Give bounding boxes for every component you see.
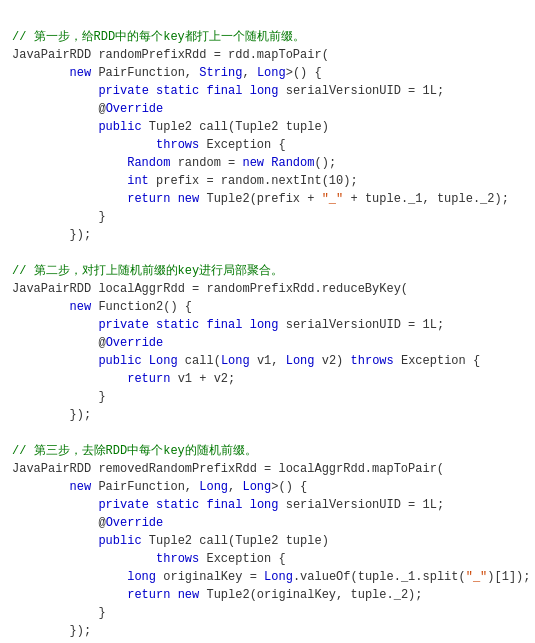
code-section: @Override — [12, 514, 523, 532]
code-section: long originalKey = Long.valueOf(tuple._1… — [12, 568, 523, 586]
code-section: }); — [12, 226, 523, 244]
code-section: private static final long serialVersionU… — [12, 82, 523, 100]
code-section: private static final long serialVersionU… — [12, 316, 523, 334]
code-section: // 第三步，去除RDD中每个key的随机前缀。 — [12, 442, 523, 460]
code-section: return new Tuple2(originalKey, tuple._2)… — [12, 586, 523, 604]
code-section: Random random = new Random(); — [12, 154, 523, 172]
code-section: throws Exception { — [12, 550, 523, 568]
code-section: JavaPairRDD randomPrefixRdd = rdd.mapToP… — [12, 46, 523, 64]
code-section: }); — [12, 622, 523, 640]
code-section: } — [12, 208, 523, 226]
code-section: // 第二步，对打上随机前缀的key进行局部聚合。 — [12, 262, 523, 280]
code-section: } — [12, 604, 523, 622]
code-section: public Tuple2 call(Tuple2 tuple) — [12, 532, 523, 550]
code-section: @Override — [12, 100, 523, 118]
code-section: public Long call(Long v1, Long v2) throw… — [12, 352, 523, 370]
code-section: throws Exception { — [12, 136, 523, 154]
code-section: new Function2() { — [12, 298, 523, 316]
code-section: return new Tuple2(prefix + "_" + tuple._… — [12, 190, 523, 208]
code-section: @Override — [12, 334, 523, 352]
code-section: // 第一步，给RDD中的每个key都打上一个随机前缀。 — [12, 28, 523, 46]
code-section: } — [12, 388, 523, 406]
code-editor: // 第一步，给RDD中的每个key都打上一个随机前缀。JavaPairRDD … — [0, 0, 535, 643]
code-section — [12, 244, 523, 262]
code-section: private static final long serialVersionU… — [12, 496, 523, 514]
code-section: new PairFunction, String, Long>() { — [12, 64, 523, 82]
code-section: int prefix = random.nextInt(10); — [12, 172, 523, 190]
code-section: new PairFunction, Long, Long>() { — [12, 478, 523, 496]
code-section: JavaPairRDD localAggrRdd = randomPrefixR… — [12, 280, 523, 298]
code-section: public Tuple2 call(Tuple2 tuple) — [12, 118, 523, 136]
code-section — [12, 424, 523, 442]
code-section: JavaPairRDD removedRandomPrefixRdd = loc… — [12, 460, 523, 478]
code-section: return v1 + v2; — [12, 370, 523, 388]
code-section: }); — [12, 406, 523, 424]
